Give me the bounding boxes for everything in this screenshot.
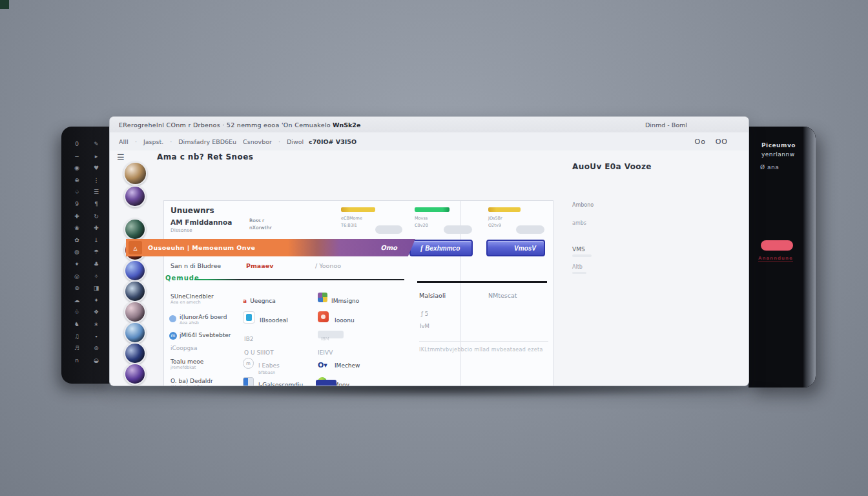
stat-label: O2tv9 (488, 222, 501, 229)
avatar[interactable] (124, 260, 146, 282)
list-item[interactable]: I-Galsoscomdiu Lesen (243, 377, 303, 386)
pill-button[interactable] (516, 225, 544, 234)
progress-line (194, 279, 404, 280)
red-pill-button[interactable] (761, 240, 793, 251)
desktop-scene: 0 − ◉ ⊕ ♤ 9 ✚ ❀ ✿ ◍ ✦ ◎ ⊚ ☁ ♧ ♞ ♫ ♬ n ✎ … (0, 0, 868, 496)
detail-header: NMtescat (488, 292, 517, 299)
list-item[interactable]: Toalu meoe jremefdbkat (170, 358, 203, 370)
page-content: ☰ Ama c nb? Ret Snoes Unuewnrs AM Fmldda… (110, 150, 749, 386)
app-icon (243, 311, 255, 324)
list-item[interactable]: O▾ IMechew (318, 358, 360, 370)
stat-label: Movss (415, 215, 428, 222)
pill-button[interactable] (444, 225, 472, 234)
dock-icon-column: 0 − ◉ ⊕ ♤ 9 ✚ ❀ ✿ ◍ ✦ ◎ ⊚ ☁ ♧ ♞ ♫ ♬ n (72, 138, 82, 366)
corner-accent (0, 0, 9, 9)
stat-label: eCBMome (341, 215, 362, 222)
side-panel-status: Ø ana (760, 164, 779, 170)
app-icon: m (243, 358, 254, 369)
app-icon: m (169, 332, 177, 340)
app-icon (318, 311, 329, 322)
app-icon (169, 315, 176, 322)
list-item[interactable]: IBsoodeal (243, 313, 288, 325)
list-item[interactable]: Iooonu (318, 313, 355, 325)
avatar[interactable] (124, 280, 146, 302)
notification-banner[interactable]: ▵ Ousoeuhn | Memoenum Onve Omo (126, 239, 415, 256)
list-item[interactable]: i(lunorAr6 boerd Aea ahsb (170, 314, 227, 326)
left-dock-panel: 0 − ◉ ⊕ ♤ 9 ✚ ❀ ✿ ◍ ✦ ◎ ⊚ ☁ ♧ ♞ ♫ ♬ n ✎ … (61, 127, 113, 384)
stat-bar-green (415, 207, 450, 212)
stat-label: C0v20 (415, 222, 428, 229)
banner-right-text: Omo (380, 244, 397, 251)
stat-bar-yellow (488, 207, 521, 212)
download-button[interactable]: ƒ Bexhmmco (409, 240, 473, 256)
content-card: Unuewnrs AM Fmlddannoa Dissonse Boss r n… (163, 200, 553, 386)
avatar[interactable] (124, 322, 146, 344)
side-panel-label: yenrlannw (761, 151, 795, 158)
sidepanel-item[interactable]: VMS (572, 246, 585, 253)
device-edge (803, 127, 816, 388)
window-title-bold: WnSk2e (333, 121, 360, 129)
scrolled-button[interactable] (316, 380, 336, 386)
title-bar: ERerogrehelnl COnm r Drbenos · 52 nemmg … (110, 117, 749, 133)
avatar[interactable] (124, 218, 146, 240)
tab-third[interactable]: / Yoonoo (315, 262, 341, 269)
avatar[interactable] (124, 301, 146, 323)
avatar[interactable] (124, 363, 146, 385)
list-item[interactable]: Q U SIIIOT (244, 345, 274, 357)
list-item[interactable]: O. ba) Dedaldr *Lbabe lae kfl b (170, 378, 213, 386)
placeholder-bar (572, 272, 586, 274)
hamburger-menu-icon[interactable]: ☰ (117, 152, 125, 162)
menu-item[interactable]: Csnovbor (243, 138, 272, 145)
placeholder-bar (572, 254, 592, 257)
sidepanel-item[interactable]: ambs (572, 220, 586, 226)
user-subtitle: Dissonse (170, 227, 192, 233)
page-title: Ama c nb? Ret Snoes (157, 152, 253, 161)
menu-highlight: c70IO# V3I5O (309, 138, 356, 145)
pill-button[interactable] (375, 225, 402, 234)
list-item[interactable]: SUneClnedbler Aea en amech (170, 293, 214, 305)
menu-bar: AIII · Jaspst. · Dimsfadry EBD6Eu Csnovb… (110, 132, 749, 151)
progress-label: Qemude (165, 274, 200, 282)
install-button[interactable]: VmosV (486, 240, 545, 256)
app-window: ERerogrehelnl COnm r Drbenos · 52 nemmg … (110, 117, 749, 386)
tab-selected[interactable]: Pmaaev (246, 262, 273, 269)
stat-bar-yellow (341, 207, 375, 212)
detail-line: ƒ 5 (421, 311, 428, 317)
list-item[interactable]: IB2 (244, 331, 254, 344)
user-meta: Boss r nXorwthr (249, 217, 271, 231)
tab-first[interactable]: San n di Bludree (170, 262, 221, 269)
sidepanel-item[interactable]: Ambono (572, 202, 594, 208)
menu-separator: · (135, 138, 137, 145)
list-item[interactable]: m jMl64l Svebtebter (170, 332, 231, 338)
detail-line: IvM (420, 323, 429, 329)
toolbar-icon[interactable]: Oo (695, 138, 706, 146)
dock-icon-column: ✎ ▸ ♥ ⋮ ☰ ¶ ↻ ✚ ↓ ☂ ♣ ✧ ◨ ✦ ❖ ∗ ∙ ⊜ ◒ (91, 138, 101, 366)
list-item[interactable]: iCoopgsa (170, 345, 197, 351)
menu-item[interactable]: AIII (119, 138, 129, 145)
list-item[interactable]: IMmsigno (318, 293, 359, 305)
stat-label: JOs5Br (488, 215, 502, 222)
window-title-right: Dinmd - Boml (645, 121, 687, 129)
placeholder-pill: IBM (318, 331, 344, 338)
window-title: ERerogrehelnl COnm r Drbenos · 52 nemmg … (119, 121, 331, 129)
menu-item[interactable]: Dimsfadry EBD6Eu (178, 138, 236, 145)
avatar[interactable] (124, 342, 146, 364)
app-icon (318, 293, 327, 302)
detail-header: Malsiaoli (419, 292, 446, 299)
list-item[interactable]: m I Eabes bfbbasn (243, 358, 280, 375)
divider-line (417, 281, 547, 283)
side-panel-caption: Ananndune (758, 256, 793, 262)
list-item[interactable]: IEIVV (318, 345, 333, 357)
right-side-panel: Piceumvo yenrlannw Ø ana Ananndune (749, 127, 816, 388)
sidepanel-title: AuoUv E0a Vooze (572, 162, 652, 171)
menu-item[interactable]: Diwol (287, 138, 304, 145)
list-item[interactable]: a Ueegnca (243, 293, 276, 305)
toolbar-icon[interactable]: OO (716, 138, 728, 146)
section-title: Unuewnrs (170, 206, 214, 215)
avatar[interactable] (124, 185, 146, 207)
sidepanel-item[interactable]: Altb (572, 264, 583, 270)
avatar[interactable] (123, 161, 147, 185)
banner-text: Ousoeuhn | Memoenum Onve (148, 244, 255, 251)
user-name: AM Fmlddannoa (170, 218, 232, 226)
menu-item[interactable]: Jaspst. (143, 138, 163, 145)
